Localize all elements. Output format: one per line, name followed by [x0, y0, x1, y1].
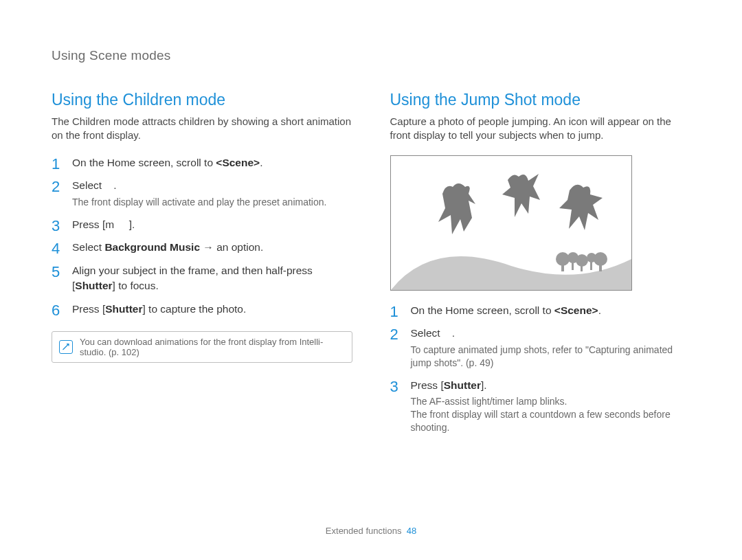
children-mode-heading: Using the Children mode — [52, 91, 352, 109]
section-title: Using Scene modes — [52, 48, 690, 63]
step-text: Press [m ]. — [72, 219, 135, 230]
step-text: Press [Shutter] to capture the photo. — [72, 303, 246, 315]
step-item: On the Home screen, scroll to <Scene>. — [52, 155, 352, 170]
svg-rect-1 — [561, 259, 564, 271]
step-substep: The front display will activate and play… — [72, 196, 352, 209]
note-icon — [59, 340, 73, 354]
footer-page-number: 48 — [407, 526, 416, 536]
svg-rect-5 — [581, 260, 583, 271]
step-text: Select . — [72, 179, 117, 191]
step-text: Align your subject in the frame, and the… — [72, 265, 313, 291]
step-item: Press [Shutter] to capture the photo. — [52, 302, 352, 317]
right-column: Using the Jump Shot mode Capture a photo… — [390, 91, 691, 443]
page-footer: Extended functions 48 — [0, 526, 742, 536]
step-item: Select . To capture animated jump shots,… — [390, 326, 691, 369]
step-substep: To capture animated jump shots, refer to… — [411, 344, 691, 370]
footer-label: Extended functions — [326, 526, 402, 536]
note-text: You can download animations for the fron… — [80, 337, 345, 357]
step-item: Select . The front display will activate… — [52, 178, 352, 209]
svg-rect-7 — [590, 258, 592, 270]
note-box: You can download animations for the fron… — [52, 331, 352, 363]
step-item: Align your subject in the frame, and the… — [52, 263, 352, 293]
children-mode-steps: On the Home screen, scroll to <Scene>. S… — [52, 155, 352, 317]
step-item: On the Home screen, scroll to <Scene>. — [390, 303, 691, 318]
step-substep: The AF-assist light/timer lamp blinks.Th… — [411, 395, 691, 434]
children-mode-intro: The Children mode attracts children by s… — [52, 115, 352, 143]
svg-rect-9 — [599, 259, 602, 271]
step-text: Select Background Music → an option. — [72, 241, 263, 253]
left-column: Using the Children mode The Children mod… — [52, 91, 352, 443]
jumpshot-illustration — [390, 155, 632, 291]
step-text: Select . — [411, 327, 456, 339]
step-text: On the Home screen, scroll to <Scene>. — [411, 304, 601, 316]
two-column-layout: Using the Children mode The Children mod… — [52, 91, 690, 443]
svg-rect-3 — [572, 258, 574, 270]
step-text: On the Home screen, scroll to <Scene>. — [72, 157, 262, 168]
jumpshot-heading: Using the Jump Shot mode — [390, 91, 691, 109]
manual-page: Using Scene modes Using the Children mod… — [0, 0, 742, 560]
jumpshot-intro: Capture a photo of people jumping. An ic… — [390, 115, 691, 143]
step-text: Press [Shutter]. — [411, 379, 487, 391]
step-item: Press [m ]. — [52, 217, 352, 232]
jumpshot-steps: On the Home screen, scroll to <Scene>. S… — [390, 303, 691, 435]
step-item: Press [Shutter]. The AF-assist light/tim… — [390, 378, 691, 434]
step-item: Select Background Music → an option. — [52, 240, 352, 255]
